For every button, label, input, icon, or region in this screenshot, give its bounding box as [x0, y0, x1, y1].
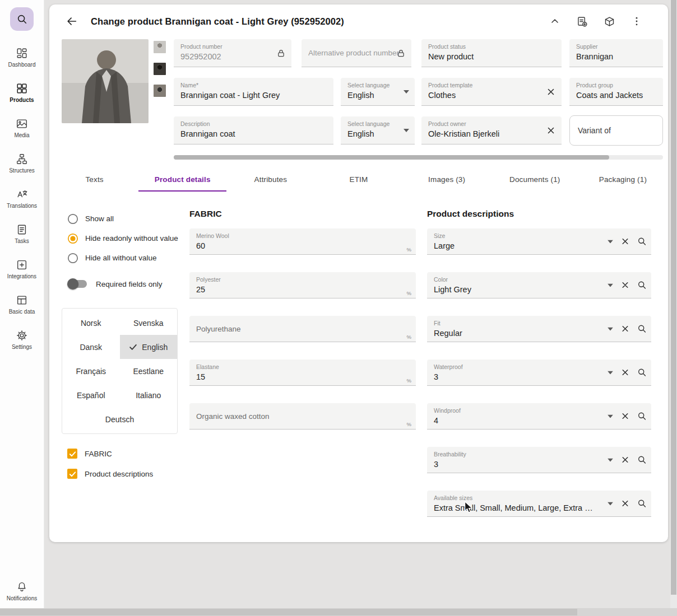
scrollbar-thumb[interactable]: [0, 609, 577, 615]
polyurethane-field[interactable]: Polyurethane %: [189, 316, 416, 342]
radio-show-all[interactable]: Show all: [62, 209, 182, 228]
product-image[interactable]: [62, 39, 149, 123]
chevron-down-icon[interactable]: [404, 129, 409, 132]
product-status-field[interactable]: Product status New product: [421, 39, 562, 67]
polyester-field[interactable]: Polyester 25 %: [189, 272, 416, 298]
radio-hide-readonly-without-value[interactable]: Hide readonly without value: [62, 228, 182, 248]
chevron-down-icon[interactable]: [608, 240, 613, 243]
supplier-field[interactable]: Supplier Brannigan: [569, 39, 663, 67]
page-horizontal-scrollbar[interactable]: [0, 608, 677, 616]
sidebar-item-label: Notifications: [7, 595, 37, 601]
sidebar-item-translations[interactable]: Translations: [0, 188, 44, 209]
chevron-down-icon[interactable]: [608, 502, 613, 505]
name-language-select[interactable]: Select language English: [341, 78, 415, 106]
language-option-dansk[interactable]: Dansk: [62, 335, 120, 359]
size-field[interactable]: Size Large: [427, 228, 651, 255]
section-checkbox-fabric[interactable]: FABRIC: [62, 444, 182, 464]
chevron-down-icon[interactable]: [608, 283, 613, 287]
scrollbar-thumb[interactable]: [671, 0, 676, 595]
more-options-button[interactable]: [630, 15, 643, 28]
name-field[interactable]: Name* Brannigan coat - Light Grey: [174, 78, 333, 106]
sidebar-item-notifications[interactable]: Notifications: [0, 581, 44, 601]
language-option-espanol[interactable]: Español: [62, 383, 120, 407]
language-option-deutsch[interactable]: Deutsch: [62, 407, 177, 431]
search-button[interactable]: [10, 7, 34, 31]
variant-of-field[interactable]: Variant of: [569, 115, 663, 146]
clear-icon[interactable]: [546, 87, 556, 97]
product-thumbnail[interactable]: [154, 41, 166, 53]
available-sizes-field[interactable]: Available sizes Extra Small, Small, Medi…: [427, 491, 651, 517]
clear-icon[interactable]: [620, 237, 630, 246]
sidebar-item-integrations[interactable]: Integrations: [0, 259, 44, 279]
clear-icon[interactable]: [620, 324, 630, 334]
form-horizontal-scrollbar[interactable]: [174, 155, 663, 160]
section-checkbox-product-descriptions[interactable]: Product descriptions: [62, 464, 182, 484]
language-option-italiano[interactable]: Italiano: [120, 383, 178, 407]
product-template-field[interactable]: Product template Clothes: [421, 78, 562, 106]
chevron-down-icon[interactable]: [608, 458, 613, 461]
language-option-english[interactable]: English: [120, 335, 178, 359]
production-button[interactable]: [602, 15, 616, 29]
language-option-eestlane[interactable]: Eestlane: [120, 359, 178, 383]
description-language-select[interactable]: Select language English: [341, 116, 415, 144]
toggle-switch[interactable]: [69, 280, 87, 288]
product-owner-field[interactable]: Product owner Ole-Kristian Bjerkeli: [421, 116, 562, 144]
chevron-down-icon[interactable]: [608, 414, 613, 418]
sidebar-item-products[interactable]: Products: [0, 82, 44, 103]
product-number-field[interactable]: Product number 952952002: [174, 39, 291, 67]
page-vertical-scrollbar[interactable]: [670, 0, 677, 608]
product-thumbnail[interactable]: [154, 85, 166, 97]
merino-wool-field[interactable]: Merino Wool 60 %: [189, 228, 416, 255]
sidebar-item-media[interactable]: Media: [0, 118, 44, 138]
search-icon[interactable]: [637, 412, 647, 421]
description-field[interactable]: Description Brannigan coat: [174, 116, 333, 144]
clear-icon[interactable]: [620, 368, 630, 377]
breathability-field[interactable]: Breathability 3: [427, 447, 651, 473]
sidebar-item-settings[interactable]: Settings: [0, 329, 44, 350]
organic-waxed-cotton-field[interactable]: Organic waxed cotton %: [189, 403, 416, 430]
tab-images[interactable]: Images (3): [403, 167, 491, 192]
tab-documents[interactable]: Documents (1): [491, 167, 579, 192]
tab-label: Documents (1): [509, 175, 560, 184]
clear-icon[interactable]: [620, 281, 630, 290]
search-icon[interactable]: [637, 455, 647, 465]
windproof-field[interactable]: Windproof 4: [427, 403, 651, 430]
tab-product-details[interactable]: Product details: [138, 167, 226, 192]
chevron-down-icon[interactable]: [608, 371, 613, 374]
sidebar-item-tasks[interactable]: Tasks: [0, 223, 44, 244]
sidebar-item-dashboard[interactable]: Dashboard: [0, 47, 44, 68]
tab-packaging[interactable]: Packaging (1): [579, 167, 667, 192]
language-option-francais[interactable]: Français: [62, 359, 120, 383]
fit-field[interactable]: Fit Regular: [427, 316, 651, 342]
tab-attributes[interactable]: Attributes: [226, 167, 314, 192]
clear-icon[interactable]: [546, 125, 556, 136]
sidebar-item-structures[interactable]: Structures: [0, 153, 44, 174]
collapse-button[interactable]: [548, 15, 562, 28]
search-icon[interactable]: [637, 237, 647, 246]
back-button[interactable]: [64, 13, 80, 29]
chevron-down-icon[interactable]: [608, 327, 613, 330]
language-option-svenska[interactable]: Svenska: [120, 311, 178, 335]
save-view-button[interactable]: [575, 15, 589, 29]
tab-texts[interactable]: Texts: [50, 167, 138, 192]
tab-etim[interactable]: ETIM: [314, 167, 402, 192]
alternative-product-number-field[interactable]: Alternative product number: [302, 39, 411, 67]
search-icon[interactable]: [637, 324, 647, 334]
radio-hide-all-without-value[interactable]: Hide all without value: [62, 248, 182, 268]
language-option-norsk[interactable]: Norsk: [62, 311, 120, 335]
scrollbar-thumb[interactable]: [174, 155, 609, 160]
clear-icon[interactable]: [620, 455, 630, 465]
required-fields-toggle[interactable]: Required fields only: [62, 274, 182, 294]
elastane-field[interactable]: Elastane 15 %: [189, 360, 416, 386]
clear-icon[interactable]: [620, 412, 630, 421]
clear-icon[interactable]: [620, 499, 630, 508]
sidebar-item-basic-data[interactable]: Basic data: [0, 294, 44, 315]
product-thumbnail[interactable]: [154, 63, 166, 75]
search-icon[interactable]: [637, 281, 647, 290]
search-icon[interactable]: [637, 368, 647, 377]
color-field[interactable]: Color Light Grey: [427, 272, 651, 298]
search-icon[interactable]: [637, 499, 647, 508]
product-group-field[interactable]: Product group Coats and Jackets: [569, 78, 663, 106]
chevron-down-icon[interactable]: [404, 90, 409, 94]
waterproof-field[interactable]: Waterproof 3: [427, 360, 651, 386]
